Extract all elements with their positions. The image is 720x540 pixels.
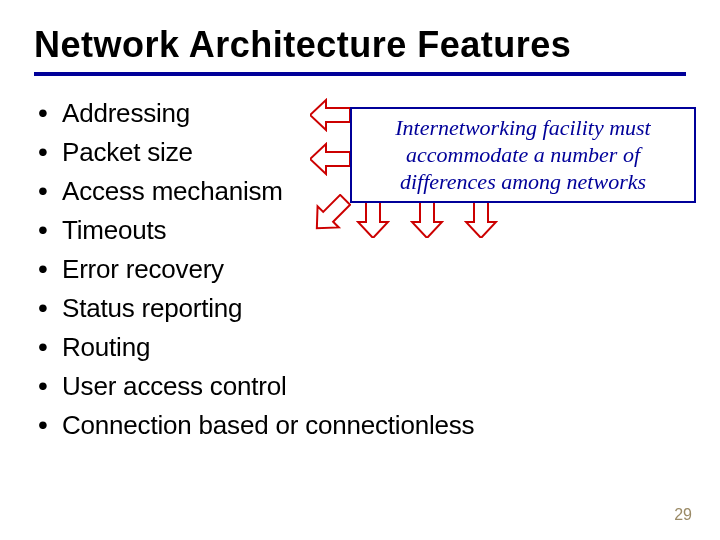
content-area: Addressing Packet size Access mechanism … bbox=[34, 94, 686, 445]
slide: Network Architecture Features Addressing… bbox=[0, 0, 720, 540]
callout-box: Internetworking facility must accommodat… bbox=[350, 107, 696, 203]
arrow-left-icon bbox=[310, 98, 350, 132]
arrow-down-icon bbox=[464, 198, 498, 238]
list-item: Routing bbox=[34, 328, 686, 367]
list-item: Connection based or connectionless bbox=[34, 406, 686, 445]
page-title: Network Architecture Features bbox=[34, 24, 686, 76]
page-number: 29 bbox=[674, 506, 692, 524]
arrow-left-icon bbox=[310, 142, 350, 176]
list-item: Status reporting bbox=[34, 289, 686, 328]
list-item: User access control bbox=[34, 367, 686, 406]
arrow-down-icon bbox=[356, 198, 390, 238]
arrow-diagonal-down-left-icon bbox=[311, 194, 351, 234]
list-item: Error recovery bbox=[34, 250, 686, 289]
arrow-down-icon bbox=[410, 198, 444, 238]
